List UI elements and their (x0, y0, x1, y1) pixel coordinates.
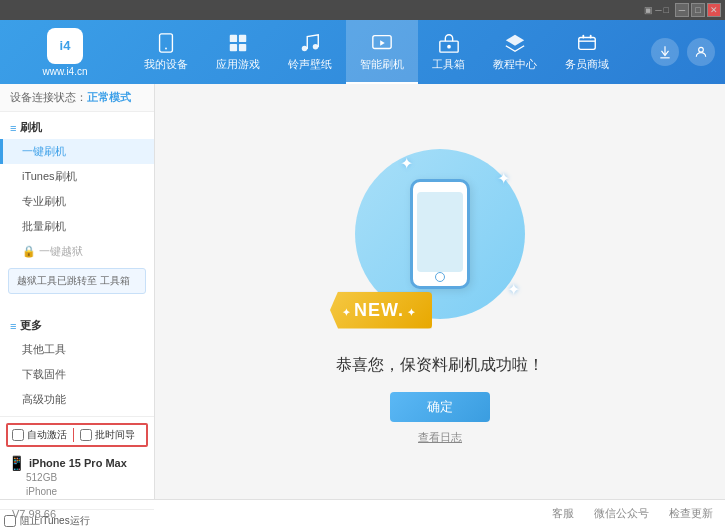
confirm-button[interactable]: 确定 (390, 392, 490, 422)
auto-activate-label: 自动激活 (27, 428, 67, 442)
nav-ringtone-label: 铃声壁纸 (288, 57, 332, 72)
sidebar-item-advanced[interactable]: 高级功能 (0, 387, 154, 412)
sidebar-item-batch-flash[interactable]: 批量刷机 (0, 214, 154, 239)
sidebar-more-section: ≡ 更多 其他工具 下载固件 高级功能 (0, 310, 154, 416)
nav-tutorial[interactable]: 教程中心 (479, 20, 551, 84)
nav-tutorial-label: 教程中心 (493, 57, 537, 72)
success-illustration: NEW. ✦ ✦ ✦ (340, 139, 540, 339)
sidebar-more-header: ≡ 更多 (0, 314, 154, 337)
nav-toolbox-label: 工具箱 (432, 57, 465, 72)
svg-point-6 (302, 46, 308, 52)
device-icon: 📱 (8, 455, 25, 471)
nav-apps-games[interactable]: 应用游戏 (202, 20, 274, 84)
svg-rect-2 (230, 35, 237, 42)
auto-activate-input[interactable] (12, 429, 24, 441)
sidebar-item-itunes-flash[interactable]: iTunes刷机 (0, 164, 154, 189)
svg-point-7 (313, 44, 319, 49)
log-link[interactable]: 查看日志 (418, 430, 462, 445)
maximize-button[interactable]: □ (691, 3, 705, 17)
status-bar: 设备连接状态：正常模式 (0, 84, 154, 112)
device-name: iPhone 15 Pro Max (29, 457, 127, 469)
minimize-button[interactable]: ─ (675, 3, 689, 17)
sidebar-flash-section: ≡ 刷机 一键刷机 iTunes刷机 专业刷机 批量刷机 🔒 一键越狱 越狱工具… (0, 112, 154, 302)
titlebar: ▣─□ ─ □ ✕ (0, 0, 725, 20)
svg-rect-5 (239, 44, 246, 51)
svg-rect-12 (582, 35, 584, 39)
footer-wechat[interactable]: 微信公众号 (594, 506, 649, 521)
nav-service[interactable]: 务员商域 (551, 20, 623, 84)
auto-guide-input[interactable] (80, 429, 92, 441)
sidebar-item-pro-flash[interactable]: 专业刷机 (0, 189, 154, 214)
sidebar-flash-label: 刷机 (20, 120, 42, 135)
sidebar-item-one-key-jailbreak: 🔒 一键越狱 (0, 239, 154, 264)
device-storage: 512GB (8, 471, 146, 485)
status-label: 设备连接状态： (10, 91, 87, 103)
auto-guide-label: 批时间导 (95, 428, 135, 442)
logo-text: www.i4.cn (42, 66, 87, 77)
phone-screen (417, 192, 463, 272)
checkbox-row: 自动激活 批时间导 (6, 423, 148, 447)
device-info: 📱 iPhone 15 Pro Max 512GB iPhone (6, 451, 148, 503)
device-type: iPhone (8, 485, 146, 499)
header: i4 www.i4.cn 我的设备 应用游戏 铃声壁纸 智能刷机 工具箱 (0, 20, 725, 84)
sparkle-3: ✦ (507, 280, 520, 299)
svg-point-15 (699, 47, 704, 52)
checkbox-sep (73, 428, 74, 442)
svg-rect-4 (230, 44, 237, 51)
nav-items: 我的设备 应用游戏 铃声壁纸 智能刷机 工具箱 教程中心 务员商 (130, 20, 651, 84)
success-text: 恭喜您，保资料刷机成功啦！ (336, 355, 544, 376)
footer-customer-service[interactable]: 客服 (552, 506, 574, 521)
sidebar-more-label: 更多 (20, 318, 42, 333)
nav-toolbox[interactable]: 工具箱 (418, 20, 479, 84)
footer-version: V7.98.66 (12, 508, 56, 520)
sparkle-1: ✦ (400, 154, 413, 173)
nav-smart-flash-label: 智能刷机 (360, 57, 404, 72)
auto-activate-checkbox[interactable]: 自动激活 (12, 428, 67, 442)
main-container: 设备连接状态：正常模式 ≡ 刷机 一键刷机 iTunes刷机 专业刷机 批量刷机… (0, 84, 725, 499)
logo-area: i4 www.i4.cn (0, 28, 130, 77)
logo-icon: i4 (47, 28, 83, 64)
svg-rect-3 (239, 35, 246, 42)
svg-point-10 (447, 45, 451, 49)
sidebar-bottom: 自动激活 批时间导 📱 iPhone 15 Pro Max 512GB iPho… (0, 416, 154, 509)
sidebar-item-download-fw[interactable]: 下载固件 (0, 362, 154, 387)
auto-guide-checkbox[interactable]: 批时间导 (80, 428, 135, 442)
nav-smart-flash[interactable]: 智能刷机 (346, 20, 418, 84)
status-mode: 正常模式 (87, 91, 131, 103)
footer-check-update[interactable]: 检查更新 (669, 506, 713, 521)
nav-service-label: 务员商域 (565, 57, 609, 72)
more-icon: ≡ (10, 320, 16, 332)
header-right (651, 38, 725, 66)
content-area: NEW. ✦ ✦ ✦ 恭喜您，保资料刷机成功啦！ 确定 查看日志 (155, 84, 725, 499)
new-badge: NEW. (330, 292, 432, 329)
device-name-row: 📱 iPhone 15 Pro Max (8, 455, 146, 471)
sidebar-section-flash-header: ≡ 刷机 (0, 116, 154, 139)
phone-body (410, 179, 470, 289)
svg-rect-11 (579, 38, 596, 50)
phone-home-button (435, 272, 445, 282)
close-button[interactable]: ✕ (707, 3, 721, 17)
nav-my-device-label: 我的设备 (144, 57, 188, 72)
nav-ringtone[interactable]: 铃声壁纸 (274, 20, 346, 84)
svg-rect-13 (590, 35, 592, 39)
download-button[interactable] (651, 38, 679, 66)
sparkle-2: ✦ (497, 169, 510, 188)
sidebar-item-one-key-flash[interactable]: 一键刷机 (0, 139, 154, 164)
flash-icon: ≡ (10, 122, 16, 134)
sidebar: 设备连接状态：正常模式 ≡ 刷机 一键刷机 iTunes刷机 专业刷机 批量刷机… (0, 84, 155, 499)
sidebar-item-other-tools[interactable]: 其他工具 (0, 337, 154, 362)
sidebar-jailbreak-notice: 越狱工具已跳转至 工具箱 (8, 268, 146, 294)
nav-my-device[interactable]: 我的设备 (130, 20, 202, 84)
nav-apps-label: 应用游戏 (216, 57, 260, 72)
user-button[interactable] (687, 38, 715, 66)
